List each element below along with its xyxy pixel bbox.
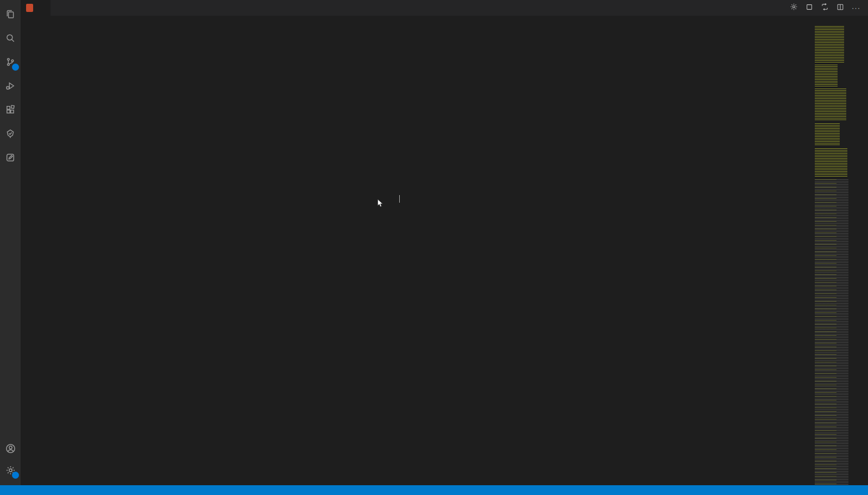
settings-gear-icon[interactable] (0, 459, 21, 481)
toggle-changes-icon[interactable] (821, 3, 829, 13)
tab-bar: ··· (21, 0, 868, 16)
extensions-icon[interactable] (0, 99, 21, 121)
settings-badge (12, 472, 19, 479)
split-editor-icon[interactable] (836, 3, 844, 13)
status-bar (0, 485, 868, 495)
more-actions-icon[interactable]: ··· (852, 4, 860, 12)
vscode-window: ··· (0, 0, 868, 495)
notebook-edit-icon[interactable] (0, 147, 21, 168)
text-caret (399, 195, 400, 203)
open-preview-icon[interactable] (806, 3, 813, 13)
run-settings-gear-icon[interactable] (790, 3, 798, 13)
editor-actions: ··· (790, 0, 868, 16)
source-control-icon[interactable] (0, 51, 21, 73)
scm-badge (12, 64, 19, 71)
explorer-icon[interactable] (0, 3, 21, 25)
breadcrumb (21, 16, 868, 24)
vertical-scrollbar[interactable] (863, 24, 868, 485)
activity-bar (0, 0, 21, 485)
verilog-file-icon (26, 4, 33, 12)
tab-uart-receiver[interactable] (21, 0, 51, 16)
testing-icon[interactable] (0, 123, 21, 145)
code-editor[interactable] (21, 24, 813, 485)
search-icon[interactable] (0, 27, 21, 49)
account-icon[interactable] (0, 437, 21, 459)
run-debug-icon[interactable] (0, 75, 21, 97)
minimap[interactable] (813, 24, 863, 485)
